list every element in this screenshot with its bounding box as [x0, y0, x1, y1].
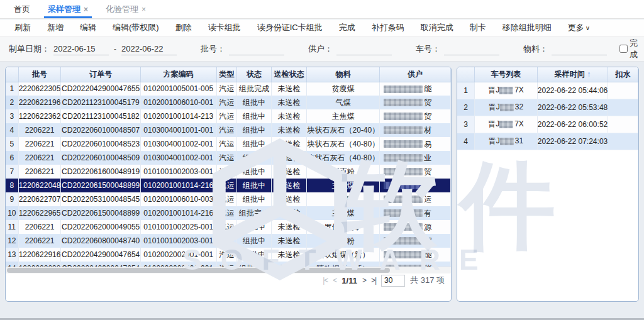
row-number-cell: 4: [457, 133, 475, 150]
table-row[interactable]: 122206221CD20220608000487400101001002003…: [6, 234, 451, 248]
table-row[interactable]: 101220622965CD20220615000488990102001001…: [6, 206, 451, 220]
type-cell: 汽运: [216, 165, 237, 179]
table-row[interactable]: 112206221CD20220620000490550101001002025…: [6, 220, 451, 234]
date-from-input[interactable]: [53, 43, 109, 55]
prev-page-icon[interactable]: <: [333, 276, 336, 285]
column-header[interactable]: 方案编码: [140, 67, 216, 82]
vehicle-row[interactable]: 2晋J322022-06-22 05:53:48: [457, 99, 638, 116]
type-cell: 汽运: [216, 220, 237, 234]
first-page-icon[interactable]: |<: [323, 276, 328, 285]
toolbar-button[interactable]: 新增: [39, 22, 72, 33]
column-header[interactable]: 供户: [380, 67, 451, 82]
status-cell: 组批中: [237, 96, 272, 109]
column-header[interactable]: 车号列表: [475, 67, 538, 82]
toolbar-button[interactable]: 更多∨: [560, 22, 598, 33]
column-header[interactable]: 物料: [307, 67, 380, 82]
horizontal-scrollbar[interactable]: [6, 267, 451, 273]
redacted-supplier-blur: [384, 223, 423, 231]
table-row[interactable]: 22220622196CD202112310004517901020010060…: [6, 96, 451, 109]
column-header[interactable]: 扣水: [608, 67, 638, 82]
date-to-input[interactable]: [121, 43, 177, 55]
scheme-cell: 0103004001002-001: [140, 137, 216, 151]
column-header[interactable]: [6, 67, 18, 82]
vehicle-row[interactable]: 1晋J7X2022-06-22 05:44:06: [457, 82, 638, 99]
sort-up-icon: ↑: [585, 70, 591, 79]
toolbar-button[interactable]: 完成: [331, 22, 364, 33]
scrollbar-thumb[interactable]: [7, 268, 390, 273]
inspect-status-cell: 未送检: [271, 206, 307, 220]
row-number-cell: 10: [6, 206, 18, 220]
filter-field-input[interactable]: [444, 43, 499, 55]
material-cell: 块状石灰石（40-80）: [307, 151, 380, 165]
status-cell: 组批中: [237, 165, 272, 179]
supplier-cell: 贸: [380, 109, 451, 123]
toolbar-button[interactable]: 刷新: [6, 22, 39, 33]
column-header[interactable]: 类型: [216, 67, 237, 82]
table-row[interactable]: 62206221CD20220601000485090103004001002-…: [6, 151, 451, 165]
next-page-icon[interactable]: >: [362, 276, 366, 285]
column-header[interactable]: 采样时间 ↑: [537, 67, 608, 82]
table-row[interactable]: 92220622707CD202205310004854501020010060…: [6, 192, 451, 206]
redacted-supplier-blur: [384, 237, 423, 245]
table-row[interactable]: 141220622238CD20220429000476540102002002…: [6, 262, 451, 267]
toolbar-button[interactable]: 编辑(带权限): [104, 22, 167, 33]
inspect-status-cell: 未送检: [271, 165, 307, 179]
supplier-tail-text: 源: [424, 223, 431, 231]
column-header[interactable]: 订单号: [61, 67, 140, 82]
scheme-cell: 0102001006010-001: [140, 96, 216, 109]
toolbar-button[interactable]: 制卡: [462, 22, 494, 33]
toolbar-button[interactable]: 取消完成: [413, 22, 462, 33]
table-row[interactable]: 72206221CD20220616000489190101001002003-…: [6, 165, 451, 179]
table-row[interactable]: 131220622916CD20220429000476540102002002…: [6, 248, 451, 262]
column-header[interactable]: 批号: [18, 67, 61, 82]
vehicle-row[interactable]: 3晋J7X2022-06-22 06:00:52: [457, 116, 638, 133]
material-cell: 气煤: [307, 192, 380, 206]
table-row[interactable]: 42206221CD20220601000485070103004001001-…: [6, 123, 451, 137]
plate-tail-text: 7X: [514, 119, 524, 128]
batch-cell: 1220622362: [18, 109, 61, 123]
tab-bar: 首页 采样管理 × 化验管理 ×: [0, 0, 644, 19]
close-icon[interactable]: ×: [84, 5, 88, 14]
page-indicator: 1/11: [341, 276, 357, 285]
tab-sampling-management[interactable]: 采样管理 ×: [39, 0, 97, 18]
toolbar-button[interactable]: 删除: [167, 22, 200, 33]
tab-home[interactable]: 首页: [5, 0, 39, 18]
table-row[interactable]: 31220622362CD202112310004518201020010010…: [6, 109, 451, 123]
done-checkbox[interactable]: [619, 45, 628, 53]
table-row[interactable]: 81220622048CD202206150004889901020010010…: [6, 179, 451, 192]
toolbar-button[interactable]: 编辑: [72, 22, 104, 33]
page-size-input[interactable]: [381, 275, 405, 287]
toolbar-button[interactable]: 移除组批明细: [494, 22, 560, 33]
filter-field-input[interactable]: [552, 43, 607, 55]
close-icon[interactable]: ×: [142, 5, 146, 14]
table-row[interactable]: 12220622305CD202204290004765501020010050…: [6, 82, 451, 96]
row-number-cell: 8: [6, 179, 18, 192]
supplier-cell: 能: [380, 82, 451, 96]
vehicle-row[interactable]: 4晋J312022-06-22 07:24:03: [457, 133, 638, 150]
order-cell: CD2021123100045179: [61, 96, 140, 109]
tab-label: 采样管理: [48, 4, 80, 15]
order-cell: CD2022053100048545: [61, 192, 140, 206]
tab-lab-management[interactable]: 化验管理 ×: [97, 0, 155, 18]
type-cell: 汽运: [216, 123, 237, 137]
column-header[interactable]: 状态: [237, 67, 272, 82]
toolbar-button[interactable]: 读身份证IC卡组批: [249, 22, 331, 33]
table-row[interactable]: 52206221CD20220601000485230103004001002-…: [6, 137, 451, 151]
filter-field-input[interactable]: [229, 43, 284, 55]
redacted-supplier-blur: [384, 182, 423, 189]
type-cell: 汽运: [216, 179, 237, 192]
column-header[interactable]: 送检状态: [271, 67, 307, 82]
row-number-cell: 6: [6, 151, 18, 165]
column-header[interactable]: [457, 67, 475, 82]
toolbar-button[interactable]: 读卡组批: [200, 22, 249, 33]
filter-field-input[interactable]: [336, 43, 392, 55]
status-cell: 组批中: [237, 109, 272, 123]
last-page-icon[interactable]: >|: [371, 276, 376, 285]
batch-table: 批号订单号方案编码类型状态送检状态物料供户12220622305CD202204…: [6, 67, 451, 267]
filter-checkbox-done[interactable]: 完成: [619, 38, 638, 60]
batch-cell: 2220622305: [18, 82, 61, 96]
toolbar-button[interactable]: 补打条码: [364, 22, 413, 33]
batch-cell: 1220622048: [18, 179, 61, 192]
batch-grid-panel: 批号订单号方案编码类型状态送检状态物料供户12220622305CD202204…: [5, 67, 452, 302]
type-cell: 汽运: [216, 96, 237, 109]
